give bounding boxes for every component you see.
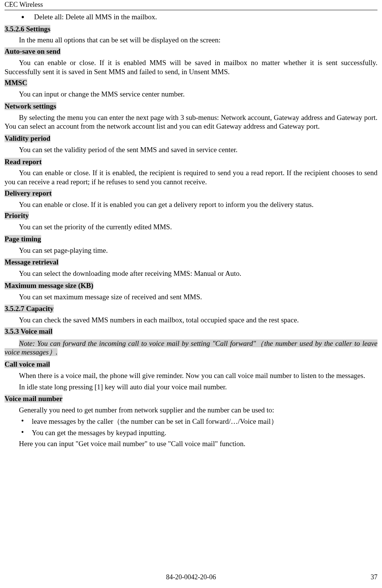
- body-text: When there is a voice mail, the phone wi…: [5, 371, 377, 380]
- section-heading: 3.5.2.7 Capacity: [5, 305, 54, 313]
- sub-heading: Voice mail number: [5, 395, 62, 403]
- footer-code: 84-20-0042-20-06: [5, 573, 377, 582]
- list-item: leave messages by the caller（the number …: [5, 417, 377, 426]
- body-text: You can set page-playing time.: [5, 246, 377, 255]
- sub-heading: Maximum message size (KB): [5, 282, 93, 289]
- sub-heading: Message retrieval: [5, 258, 59, 266]
- section-heading: 3.5.3 Voice mail: [5, 327, 53, 335]
- body-text: You can enable or close. If it is enable…: [5, 58, 377, 76]
- body-text: You can set the validity period of the s…: [5, 145, 377, 154]
- body-text: You can set maximum message size of rece…: [5, 292, 377, 302]
- sub-heading: Validity period: [5, 134, 50, 142]
- body-text: By selecting the menu you can enter the …: [5, 113, 377, 131]
- options-list: Delete all: Delete all MMS in the mailbo…: [5, 12, 377, 22]
- body-text: You can select the downloading mode afte…: [5, 269, 377, 278]
- list-item: Delete all: Delete all MMS in the mailbo…: [5, 12, 377, 22]
- section-intro: In the menu all options that can be set …: [5, 36, 377, 45]
- body-text: Here you can input "Get voice mail numbe…: [5, 439, 377, 448]
- body-text: You can enable or close. If it is enable…: [5, 200, 377, 209]
- header-line: CEC Wireless: [5, 0, 377, 10]
- body-text: Generally you need to get number from ne…: [5, 406, 377, 415]
- sub-heading: Call voice mail: [5, 360, 50, 368]
- note-part-a: Note: You can forward the incoming call …: [19, 339, 256, 347]
- body-text: You can set the priority of the currentl…: [5, 222, 377, 232]
- footer: 84-20-0042-20-06 37: [5, 573, 377, 582]
- sub-heading: Page timing: [5, 235, 41, 243]
- body-text: In idle state long pressing [1] key will…: [5, 383, 377, 392]
- sub-heading: Auto-save on send: [5, 47, 61, 55]
- sub-heading: Network settings: [5, 102, 56, 110]
- sub-heading: Delivery report: [5, 189, 52, 197]
- brand-name: CEC Wireless: [5, 1, 43, 8]
- body-text: You can enable or close. If it is enable…: [5, 168, 377, 187]
- note-block: Note: You can forward the incoming call …: [5, 339, 377, 357]
- voice-number-list: leave messages by the caller（the number …: [5, 417, 377, 437]
- sub-heading: Priority: [5, 212, 29, 219]
- section-heading: 3.5.2.6 Settings: [5, 25, 50, 33]
- page-number: 37: [371, 573, 377, 582]
- sub-heading: MMSC: [5, 79, 27, 87]
- body-text: You can input or change the MMS service …: [5, 90, 377, 99]
- list-item: You can get the messages by keypad input…: [5, 428, 377, 437]
- sub-heading: Read report: [5, 158, 42, 166]
- body-text: You can check the saved MMS numbers in e…: [5, 316, 377, 325]
